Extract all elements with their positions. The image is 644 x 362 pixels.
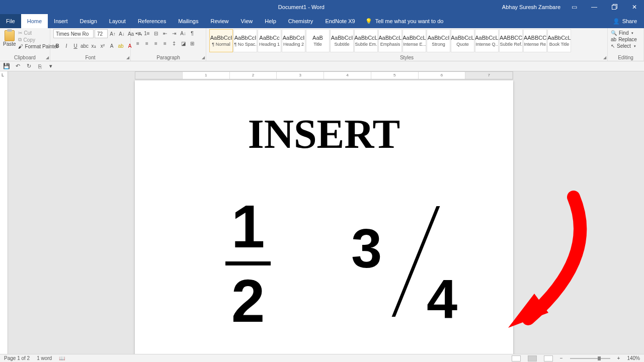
tell-me-label: Tell me what you want to do (375, 18, 444, 24)
tab-endnote[interactable]: EndNote X9 (319, 14, 361, 28)
font-name-combo[interactable]: Times New Ro (53, 29, 94, 38)
shrink-font-button[interactable]: A↓ (118, 30, 126, 38)
subscript-button[interactable]: x₂ (90, 42, 98, 50)
styles-dialog-launcher[interactable]: ◢ (603, 55, 606, 60)
tab-help[interactable]: Help (259, 14, 282, 28)
find-button[interactable]: 🔍Find▾ (611, 30, 637, 36)
style-subtle-em---[interactable]: AaBbCcLSubtle Em... (354, 29, 378, 52)
strikethrough-button[interactable]: abc (80, 42, 89, 50)
styles-gallery[interactable]: AaBbCcI¶ NormalAaBbCcI¶ No Spac...AaBbCc… (209, 29, 571, 52)
style-heading-1[interactable]: AaBbCcHeading 1 (258, 29, 281, 52)
justify-button[interactable]: ≡ (161, 39, 169, 47)
paste-label: Paste (3, 41, 16, 47)
style---normal[interactable]: AaBbCcI¶ Normal (209, 29, 233, 52)
qat-button-1[interactable]: ⎘ (36, 63, 43, 70)
tab-file[interactable]: File (0, 14, 21, 28)
search-icon: 🔍 (611, 30, 617, 36)
word-count[interactable]: 1 word (37, 355, 52, 361)
numbering-button[interactable]: 1≡ (143, 29, 151, 37)
print-layout-button[interactable] (528, 355, 537, 361)
redo-button[interactable]: ↻ (25, 63, 32, 70)
increase-indent-button[interactable]: ⇥ (170, 29, 178, 37)
document-page[interactable]: INSERT 1 2 3 4 (135, 80, 513, 354)
tab-mailings[interactable]: Mailings (172, 14, 204, 28)
zoom-out-button[interactable]: − (560, 355, 563, 361)
spelling-icon[interactable]: 📖 (59, 355, 65, 361)
menubar: File Home Insert Design Layout Reference… (0, 14, 644, 28)
tab-insert[interactable]: Insert (48, 14, 74, 28)
zoom-in-button[interactable]: + (617, 355, 620, 361)
text-effects-button[interactable]: A (108, 42, 116, 50)
group-paragraph: •≡ 1≡ ⊟ ⇤ ⇥ A↓ ¶ ≡ ≡ ≡ ≡ ‡ ◪ ⊞ Paragraph… (131, 28, 206, 61)
sort-button[interactable]: A↓ (179, 29, 187, 37)
style-intense-re---[interactable]: AABBCCIntense Re... (523, 29, 547, 52)
user-name[interactable]: Abhay Suresh Zambare (502, 4, 560, 10)
align-center-button[interactable]: ≡ (143, 39, 151, 47)
bullets-button[interactable]: •≡ (134, 29, 142, 37)
select-button[interactable]: ↖Select▾ (611, 43, 637, 49)
italic-button[interactable]: I (62, 42, 70, 50)
align-left-button[interactable]: ≡ (134, 39, 142, 47)
tab-design[interactable]: Design (74, 14, 103, 28)
borders-button[interactable]: ⊞ (188, 39, 196, 47)
style-book-title[interactable]: AaBbCcLBook Title (547, 29, 571, 52)
style-subtitle[interactable]: AaBbCcISubtitle (330, 29, 354, 52)
ruler-vertical[interactable] (0, 71, 8, 354)
underline-button[interactable]: U (71, 42, 79, 50)
multilevel-button[interactable]: ⊟ (152, 29, 160, 37)
close-button[interactable]: ✕ (628, 4, 641, 11)
style-title[interactable]: AaBTitle (306, 29, 330, 52)
font-dialog-launcher[interactable]: ◢ (126, 55, 129, 60)
undo-button[interactable]: ↶ (14, 63, 21, 70)
tell-me-search[interactable]: 💡 Tell me what you want to do (365, 14, 444, 28)
tab-layout[interactable]: Layout (103, 14, 132, 28)
style-emphasis[interactable]: AaBbCcLEmphasis (378, 29, 402, 52)
web-layout-button[interactable] (544, 355, 553, 361)
grow-font-button[interactable]: A↑ (109, 30, 117, 38)
clipboard-dialog-launcher[interactable]: ◢ (46, 55, 49, 60)
decrease-indent-button[interactable]: ⇤ (161, 29, 169, 37)
qat-button-2[interactable]: ▾ (47, 63, 54, 70)
zoom-slider[interactable] (570, 358, 610, 359)
page-indicator[interactable]: Page 1 of 2 (4, 355, 30, 361)
share-label: Share (622, 18, 637, 24)
minimize-button[interactable]: — (588, 4, 601, 11)
tab-chemistry[interactable]: Chemistry (282, 14, 319, 28)
tab-home[interactable]: Home (21, 14, 48, 28)
font-size-combo[interactable]: 72 (95, 29, 108, 38)
style-heading-2[interactable]: AaBbCcIHeading 2 (282, 29, 305, 52)
save-button[interactable]: 💾 (3, 63, 10, 70)
style---no-spac---[interactable]: AaBbCcI¶ No Spac... (233, 29, 257, 52)
share-button[interactable]: 👤 Share (606, 14, 644, 28)
document-heading[interactable]: INSERT (135, 111, 513, 158)
fraction-bar (225, 261, 271, 265)
show-marks-button[interactable]: ¶ (188, 29, 196, 37)
highlight-button[interactable]: ab (117, 42, 125, 50)
style-subtle-ref---[interactable]: AABBCCSubtle Ref... (499, 29, 523, 52)
share-icon: 👤 (613, 18, 620, 25)
restore-button[interactable] (608, 4, 621, 11)
tab-view[interactable]: View (235, 14, 259, 28)
tab-references[interactable]: References (132, 14, 172, 28)
replace-button[interactable]: abReplace (611, 37, 637, 42)
copy-icon: ⧉ (18, 37, 22, 43)
style-strong[interactable]: AaBbCcIStrong (427, 29, 450, 52)
align-right-button[interactable]: ≡ (152, 39, 160, 47)
style-intense-e---[interactable]: AaBbCcLIntense E... (403, 29, 426, 52)
ruler-horizontal[interactable]: 1234567 (135, 71, 513, 79)
style-quote[interactable]: AaBbCcLQuote (451, 29, 474, 52)
shading-button[interactable]: ◪ (179, 39, 187, 47)
style-intense-q---[interactable]: AaBbCcLIntense Q... (475, 29, 499, 52)
tab-review[interactable]: Review (205, 14, 235, 28)
group-editing: 🔍Find▾ abReplace ↖Select▾ Editing (608, 28, 644, 61)
line-spacing-button[interactable]: ‡ (170, 39, 178, 47)
read-mode-button[interactable] (512, 355, 521, 361)
fraction-stacked[interactable]: 1 2 (225, 196, 271, 331)
paste-button[interactable]: Paste (3, 29, 16, 47)
ribbon-options-icon[interactable]: ▭ (568, 4, 581, 11)
bold-button[interactable]: B (53, 42, 61, 50)
window-title: Document1 - Word (101, 4, 502, 10)
paragraph-dialog-launcher[interactable]: ◢ (202, 55, 205, 60)
superscript-button[interactable]: x² (99, 42, 107, 50)
zoom-level[interactable]: 140% (627, 355, 640, 361)
